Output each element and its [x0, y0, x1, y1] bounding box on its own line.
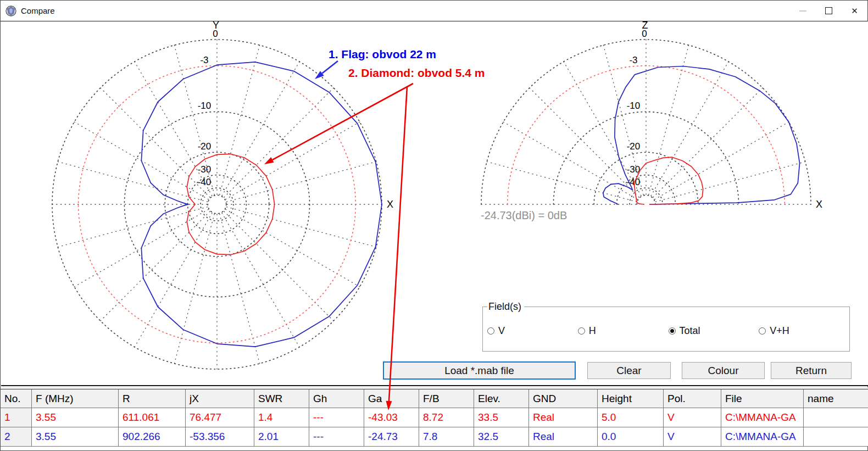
axis-top-label: Y	[213, 21, 219, 31]
table-cell: -53.356	[186, 427, 254, 447]
table-cell	[804, 427, 868, 447]
axis-right-label: X	[816, 199, 822, 210]
fields-groupbox: Field(s) VHTotalV+H	[482, 307, 850, 352]
table-cell: Real	[529, 408, 598, 427]
table-header-cell: SWR	[254, 389, 309, 408]
elevation-pattern: 0-3-10-20-30-40ZX-24.73(dBi) = 0dB	[481, 21, 822, 221]
table-cell: V	[664, 408, 721, 427]
pattern-curve	[634, 157, 703, 204]
table-cell: 3.55	[32, 427, 119, 447]
table-cell: ---	[309, 427, 364, 447]
fields-legend: Field(s)	[487, 301, 524, 313]
close-button[interactable]: ✕	[842, 1, 867, 21]
table-cell: 611.061	[119, 408, 186, 427]
load-mab-file-button[interactable]: Load *.mab file	[383, 361, 576, 380]
spoke-line	[222, 213, 299, 347]
table-header-cell: Height	[598, 389, 664, 408]
db-ring-label: -3	[200, 55, 208, 65]
table-cell: 33.5	[474, 408, 529, 427]
spoke-line	[655, 162, 805, 202]
window-title: Compare	[21, 6, 55, 15]
return-button[interactable]: Return	[771, 362, 852, 379]
table-header-cell: Gh	[309, 389, 364, 408]
table-header-cell: F/B	[419, 389, 474, 408]
table-header-row: No.F (MHz)RjXSWRGhGaF/BElev.GNDHeightPol…	[1, 389, 868, 408]
spoke-line	[653, 88, 763, 197]
azimuth-pattern: 0-3-10-20-30-40YX	[52, 21, 393, 369]
radio-label: H	[589, 325, 596, 337]
radio-label: V+H	[770, 325, 789, 337]
table-cell: -24.73	[364, 427, 419, 447]
db-ring-label: -20	[198, 141, 212, 152]
table-cell: 5.0	[598, 408, 664, 427]
axis-top-label: Z	[642, 21, 648, 31]
db-ring-label: -30	[627, 164, 641, 175]
db-ring	[52, 40, 382, 369]
table-header-cell: Pol.	[664, 389, 721, 408]
reference-level-label: -24.73(dBi) = 0dB	[481, 209, 567, 221]
radio-option-h[interactable]: H	[578, 325, 669, 337]
db-ring-label: -3	[629, 55, 637, 65]
db-ring	[208, 195, 226, 214]
table-header-cell: name	[804, 389, 868, 408]
spoke-line	[224, 211, 333, 321]
maximize-button[interactable]	[816, 1, 842, 21]
spoke-line	[487, 162, 636, 202]
spoke-line	[530, 88, 639, 197]
radio-circle-icon[interactable]	[578, 327, 585, 335]
close-icon: ✕	[851, 7, 858, 15]
db-ring	[637, 195, 655, 204]
table-cell: 2.01	[254, 427, 309, 447]
table-cell: 1	[1, 408, 32, 427]
db-ring-label: -20	[627, 141, 641, 152]
table-cell: 1.4	[254, 408, 309, 427]
maximize-icon	[825, 7, 832, 14]
table-header-cell: F (MHz)	[32, 389, 119, 408]
table-cell: 0.0	[598, 427, 664, 447]
radio-option-vplush[interactable]: V+H	[759, 325, 849, 337]
window-controls: ✕	[790, 1, 867, 21]
table-cell: 902.266	[119, 427, 186, 447]
table-cell: 7.8	[419, 427, 474, 447]
table-header-cell: No.	[1, 389, 32, 408]
minimize-icon	[799, 10, 806, 12]
table-row[interactable]: 13.55611.06176.4771.4----43.038.7233.5Re…	[1, 408, 868, 427]
table-header-cell: jX	[186, 389, 254, 408]
db-ring-label: -30	[198, 164, 212, 175]
table-cell: -43.03	[364, 408, 419, 427]
spoke-line	[220, 214, 260, 363]
spoke-line	[101, 88, 210, 197]
fields-radio-row: VHTotalV+H	[483, 307, 849, 337]
db-ring-label: -40	[198, 177, 212, 187]
spoke-line	[226, 209, 360, 287]
colour-button[interactable]: Colour	[682, 362, 765, 379]
spoke-line	[220, 45, 260, 194]
table-header-cell: GND	[529, 389, 598, 408]
spoke-line	[226, 122, 360, 199]
spoke-line	[503, 122, 637, 199]
radio-option-total[interactable]: Total	[669, 325, 759, 337]
radio-option-v[interactable]: V	[487, 325, 578, 337]
table-cell	[804, 408, 868, 427]
spoke-line	[226, 162, 376, 202]
table-header-cell: File	[721, 389, 804, 408]
table-cell: C:\MMANA-GA	[721, 408, 804, 427]
title-bar: Compare ✕	[1, 1, 867, 21]
radio-circle-icon[interactable]	[487, 327, 494, 335]
spoke-line	[58, 207, 207, 247]
axis-right-label: X	[387, 199, 393, 210]
radio-circle-icon[interactable]	[759, 327, 766, 335]
compare-window: Compare ✕ 0-3-10-20-30-40YX0-3-10-20-30-…	[0, 0, 868, 451]
minimize-button[interactable]	[790, 1, 816, 21]
spoke-line	[101, 211, 210, 321]
table-cell: C:\MMANA-GA	[721, 427, 804, 447]
clear-button[interactable]: Clear	[587, 362, 671, 379]
plot-canvas: 0-3-10-20-30-40YX0-3-10-20-30-40ZX-24.73…	[1, 21, 868, 386]
mmana-logo-icon	[5, 5, 16, 16]
spoke-line	[226, 207, 376, 247]
radio-label: Total	[680, 325, 700, 337]
table-cell: 76.477	[186, 408, 254, 427]
table-row[interactable]: 23.55902.266-53.3562.01----24.737.832.5R…	[1, 427, 868, 447]
radio-circle-icon[interactable]	[669, 327, 676, 335]
results-table: No.F (MHz)RjXSWRGhGaF/BElev.GNDHeightPol…	[1, 389, 868, 447]
